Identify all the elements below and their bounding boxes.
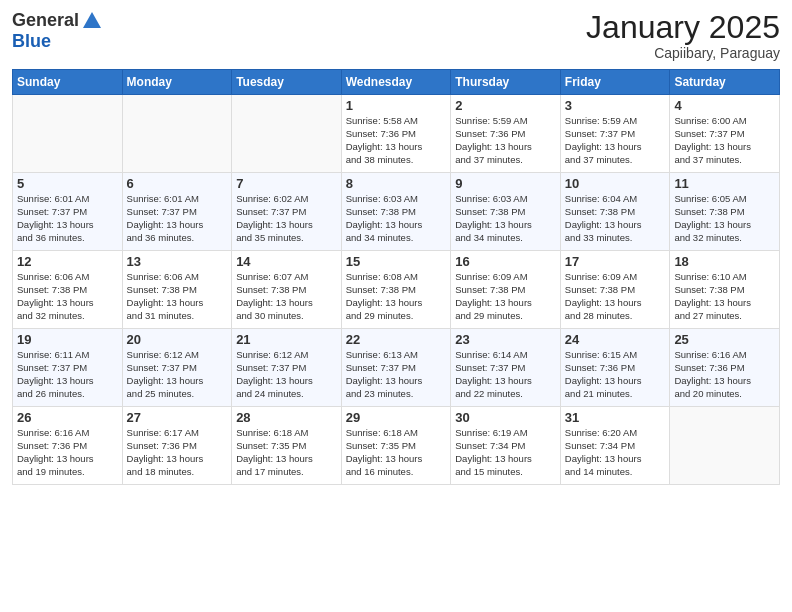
day-info: Sunrise: 6:15 AM Sunset: 7:36 PM Dayligh… bbox=[565, 349, 666, 400]
day-number: 2 bbox=[455, 98, 556, 113]
table-row: 17Sunrise: 6:09 AM Sunset: 7:38 PM Dayli… bbox=[560, 251, 670, 329]
calendar-header-row: Sunday Monday Tuesday Wednesday Thursday… bbox=[13, 70, 780, 95]
day-number: 3 bbox=[565, 98, 666, 113]
calendar-week-row: 26Sunrise: 6:16 AM Sunset: 7:36 PM Dayli… bbox=[13, 407, 780, 485]
table-row: 10Sunrise: 6:04 AM Sunset: 7:38 PM Dayli… bbox=[560, 173, 670, 251]
table-row bbox=[13, 95, 123, 173]
day-info: Sunrise: 6:07 AM Sunset: 7:38 PM Dayligh… bbox=[236, 271, 337, 322]
day-number: 19 bbox=[17, 332, 118, 347]
table-row: 20Sunrise: 6:12 AM Sunset: 7:37 PM Dayli… bbox=[122, 329, 232, 407]
day-number: 11 bbox=[674, 176, 775, 191]
header-tuesday: Tuesday bbox=[232, 70, 342, 95]
table-row: 1Sunrise: 5:58 AM Sunset: 7:36 PM Daylig… bbox=[341, 95, 451, 173]
day-info: Sunrise: 6:04 AM Sunset: 7:38 PM Dayligh… bbox=[565, 193, 666, 244]
table-row: 15Sunrise: 6:08 AM Sunset: 7:38 PM Dayli… bbox=[341, 251, 451, 329]
header-wednesday: Wednesday bbox=[341, 70, 451, 95]
day-info: Sunrise: 6:09 AM Sunset: 7:38 PM Dayligh… bbox=[565, 271, 666, 322]
day-number: 5 bbox=[17, 176, 118, 191]
day-info: Sunrise: 6:06 AM Sunset: 7:38 PM Dayligh… bbox=[127, 271, 228, 322]
table-row: 24Sunrise: 6:15 AM Sunset: 7:36 PM Dayli… bbox=[560, 329, 670, 407]
day-number: 12 bbox=[17, 254, 118, 269]
table-row bbox=[670, 407, 780, 485]
day-number: 9 bbox=[455, 176, 556, 191]
day-number: 16 bbox=[455, 254, 556, 269]
day-info: Sunrise: 6:17 AM Sunset: 7:36 PM Dayligh… bbox=[127, 427, 228, 478]
day-info: Sunrise: 6:12 AM Sunset: 7:37 PM Dayligh… bbox=[127, 349, 228, 400]
calendar-week-row: 12Sunrise: 6:06 AM Sunset: 7:38 PM Dayli… bbox=[13, 251, 780, 329]
table-row: 13Sunrise: 6:06 AM Sunset: 7:38 PM Dayli… bbox=[122, 251, 232, 329]
table-row: 12Sunrise: 6:06 AM Sunset: 7:38 PM Dayli… bbox=[13, 251, 123, 329]
calendar-week-row: 19Sunrise: 6:11 AM Sunset: 7:37 PM Dayli… bbox=[13, 329, 780, 407]
day-number: 23 bbox=[455, 332, 556, 347]
month-title: January 2025 bbox=[586, 10, 780, 45]
header: General Blue January 2025 Capiibary, Par… bbox=[12, 10, 780, 61]
table-row: 6Sunrise: 6:01 AM Sunset: 7:37 PM Daylig… bbox=[122, 173, 232, 251]
day-number: 22 bbox=[346, 332, 447, 347]
day-info: Sunrise: 5:59 AM Sunset: 7:36 PM Dayligh… bbox=[455, 115, 556, 166]
table-row: 11Sunrise: 6:05 AM Sunset: 7:38 PM Dayli… bbox=[670, 173, 780, 251]
day-info: Sunrise: 6:00 AM Sunset: 7:37 PM Dayligh… bbox=[674, 115, 775, 166]
logo: General Blue bbox=[12, 10, 103, 52]
day-info: Sunrise: 6:01 AM Sunset: 7:37 PM Dayligh… bbox=[127, 193, 228, 244]
day-number: 25 bbox=[674, 332, 775, 347]
day-number: 27 bbox=[127, 410, 228, 425]
day-number: 24 bbox=[565, 332, 666, 347]
day-info: Sunrise: 6:02 AM Sunset: 7:37 PM Dayligh… bbox=[236, 193, 337, 244]
table-row: 8Sunrise: 6:03 AM Sunset: 7:38 PM Daylig… bbox=[341, 173, 451, 251]
table-row: 4Sunrise: 6:00 AM Sunset: 7:37 PM Daylig… bbox=[670, 95, 780, 173]
table-row: 22Sunrise: 6:13 AM Sunset: 7:37 PM Dayli… bbox=[341, 329, 451, 407]
page-container: General Blue January 2025 Capiibary, Par… bbox=[0, 0, 792, 493]
day-info: Sunrise: 6:11 AM Sunset: 7:37 PM Dayligh… bbox=[17, 349, 118, 400]
table-row: 19Sunrise: 6:11 AM Sunset: 7:37 PM Dayli… bbox=[13, 329, 123, 407]
table-row: 29Sunrise: 6:18 AM Sunset: 7:35 PM Dayli… bbox=[341, 407, 451, 485]
table-row: 16Sunrise: 6:09 AM Sunset: 7:38 PM Dayli… bbox=[451, 251, 561, 329]
table-row: 25Sunrise: 6:16 AM Sunset: 7:36 PM Dayli… bbox=[670, 329, 780, 407]
day-info: Sunrise: 6:19 AM Sunset: 7:34 PM Dayligh… bbox=[455, 427, 556, 478]
day-number: 30 bbox=[455, 410, 556, 425]
svg-marker-0 bbox=[83, 12, 101, 28]
day-info: Sunrise: 5:59 AM Sunset: 7:37 PM Dayligh… bbox=[565, 115, 666, 166]
day-number: 21 bbox=[236, 332, 337, 347]
calendar-week-row: 5Sunrise: 6:01 AM Sunset: 7:37 PM Daylig… bbox=[13, 173, 780, 251]
day-info: Sunrise: 6:09 AM Sunset: 7:38 PM Dayligh… bbox=[455, 271, 556, 322]
day-number: 15 bbox=[346, 254, 447, 269]
title-block: January 2025 Capiibary, Paraguay bbox=[586, 10, 780, 61]
day-info: Sunrise: 6:16 AM Sunset: 7:36 PM Dayligh… bbox=[674, 349, 775, 400]
logo-icon bbox=[81, 10, 103, 32]
table-row: 7Sunrise: 6:02 AM Sunset: 7:37 PM Daylig… bbox=[232, 173, 342, 251]
header-thursday: Thursday bbox=[451, 70, 561, 95]
table-row: 2Sunrise: 5:59 AM Sunset: 7:36 PM Daylig… bbox=[451, 95, 561, 173]
day-number: 4 bbox=[674, 98, 775, 113]
table-row: 23Sunrise: 6:14 AM Sunset: 7:37 PM Dayli… bbox=[451, 329, 561, 407]
day-number: 29 bbox=[346, 410, 447, 425]
header-saturday: Saturday bbox=[670, 70, 780, 95]
day-info: Sunrise: 6:20 AM Sunset: 7:34 PM Dayligh… bbox=[565, 427, 666, 478]
table-row: 26Sunrise: 6:16 AM Sunset: 7:36 PM Dayli… bbox=[13, 407, 123, 485]
day-info: Sunrise: 6:10 AM Sunset: 7:38 PM Dayligh… bbox=[674, 271, 775, 322]
day-info: Sunrise: 6:12 AM Sunset: 7:37 PM Dayligh… bbox=[236, 349, 337, 400]
day-info: Sunrise: 6:03 AM Sunset: 7:38 PM Dayligh… bbox=[346, 193, 447, 244]
day-number: 28 bbox=[236, 410, 337, 425]
table-row bbox=[232, 95, 342, 173]
day-number: 18 bbox=[674, 254, 775, 269]
day-number: 26 bbox=[17, 410, 118, 425]
day-info: Sunrise: 5:58 AM Sunset: 7:36 PM Dayligh… bbox=[346, 115, 447, 166]
day-number: 20 bbox=[127, 332, 228, 347]
calendar-table: Sunday Monday Tuesday Wednesday Thursday… bbox=[12, 69, 780, 485]
day-info: Sunrise: 6:18 AM Sunset: 7:35 PM Dayligh… bbox=[236, 427, 337, 478]
day-number: 31 bbox=[565, 410, 666, 425]
day-number: 8 bbox=[346, 176, 447, 191]
table-row: 30Sunrise: 6:19 AM Sunset: 7:34 PM Dayli… bbox=[451, 407, 561, 485]
calendar-week-row: 1Sunrise: 5:58 AM Sunset: 7:36 PM Daylig… bbox=[13, 95, 780, 173]
table-row: 5Sunrise: 6:01 AM Sunset: 7:37 PM Daylig… bbox=[13, 173, 123, 251]
day-info: Sunrise: 6:14 AM Sunset: 7:37 PM Dayligh… bbox=[455, 349, 556, 400]
table-row: 9Sunrise: 6:03 AM Sunset: 7:38 PM Daylig… bbox=[451, 173, 561, 251]
table-row: 18Sunrise: 6:10 AM Sunset: 7:38 PM Dayli… bbox=[670, 251, 780, 329]
day-info: Sunrise: 6:03 AM Sunset: 7:38 PM Dayligh… bbox=[455, 193, 556, 244]
day-info: Sunrise: 6:06 AM Sunset: 7:38 PM Dayligh… bbox=[17, 271, 118, 322]
day-number: 14 bbox=[236, 254, 337, 269]
logo-blue-text: Blue bbox=[12, 31, 51, 51]
day-info: Sunrise: 6:01 AM Sunset: 7:37 PM Dayligh… bbox=[17, 193, 118, 244]
table-row: 28Sunrise: 6:18 AM Sunset: 7:35 PM Dayli… bbox=[232, 407, 342, 485]
logo-general-text: General bbox=[12, 11, 79, 31]
